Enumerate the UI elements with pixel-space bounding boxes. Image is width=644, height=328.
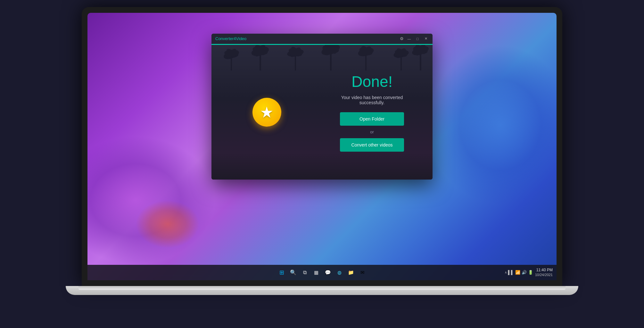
screen-bezel: Converter4Video ⚙ — □ ✕ (82, 7, 562, 286)
taskbar-right: ∧ ▌▌ 📶 🔊 🔋 11:40 PM 10/24/2021 (505, 268, 553, 277)
app-title: Converter4Video (215, 36, 246, 41)
taskbar-icon-widgets[interactable]: ▦ (311, 267, 321, 278)
taskbar-icon-search[interactable]: 🔍 (288, 267, 298, 278)
windows-logo-icon: ⊞ (279, 269, 284, 276)
taskbar-icon-windows-start[interactable]: ⊞ (277, 267, 287, 278)
tray-sound-icon: 🔊 (522, 270, 527, 275)
widgets-icon: ▦ (314, 270, 318, 275)
star-badge (252, 98, 281, 127)
or-separator: or (370, 130, 374, 134)
task-view-icon: ⧉ (303, 270, 307, 275)
laptop-bottom (66, 286, 578, 295)
orange-blob (136, 200, 200, 248)
settings-icon[interactable]: ⚙ (400, 36, 404, 41)
close-button[interactable]: ✕ (423, 36, 429, 42)
success-content: Done! Your video has been converted succ… (334, 73, 410, 152)
app-content: Done! Your video has been converted succ… (211, 45, 433, 180)
chat-icon: 💬 (325, 270, 331, 275)
system-tray: ∧ ▌▌ 📶 🔊 🔋 (505, 270, 533, 275)
star-badge-container (252, 98, 281, 127)
laptop-hinge (78, 286, 566, 290)
done-title: Done! (351, 73, 392, 90)
search-icon: 🔍 (290, 269, 296, 275)
taskbar-icon-mail[interactable]: ✉ (357, 267, 367, 278)
tray-wifi-icon: 📶 (515, 270, 520, 275)
taskbar: ⊞ 🔍 ⧉ ▦ 💬 ◍ (87, 265, 557, 280)
minimize-button[interactable]: — (406, 36, 412, 42)
done-subtitle: Your video has been converted successful… (334, 95, 410, 105)
clock-date: 10/24/2021 (535, 273, 553, 277)
clock-time: 11:40 PM (535, 268, 553, 273)
laptop-outer: Converter4Video ⚙ — □ ✕ (66, 7, 578, 321)
maximize-button[interactable]: □ (415, 36, 420, 42)
taskbar-icon-task-view[interactable]: ⧉ (300, 267, 310, 278)
taskbar-clock[interactable]: 11:40 PM 10/24/2021 (535, 268, 553, 277)
explorer-icon: 📁 (348, 270, 354, 275)
taskbar-icon-edge[interactable]: ◍ (334, 267, 344, 278)
edge-icon: ◍ (337, 270, 342, 275)
open-folder-button[interactable]: Open Folder (340, 112, 404, 126)
palm-trees-decoration (211, 45, 433, 71)
taskbar-icon-chat[interactable]: 💬 (323, 267, 333, 278)
app-window: Converter4Video ⚙ — □ ✕ (211, 34, 433, 180)
taskbar-icon-explorer[interactable]: 📁 (346, 267, 356, 278)
desktop: Converter4Video ⚙ — □ ✕ (87, 13, 557, 280)
tray-battery-icon: 🔋 (528, 270, 533, 275)
taskbar-center: ⊞ 🔍 ⧉ ▦ 💬 ◍ (277, 267, 367, 278)
convert-other-videos-button[interactable]: Convert other videos (340, 138, 404, 152)
title-bar: Converter4Video ⚙ — □ ✕ (211, 34, 433, 44)
mail-icon: ✉ (360, 270, 365, 275)
title-bar-controls: ⚙ — □ ✕ (400, 36, 429, 42)
tray-chevron-icon[interactable]: ∧ (505, 271, 507, 274)
tray-network-icon: ▌▌ (508, 270, 514, 275)
